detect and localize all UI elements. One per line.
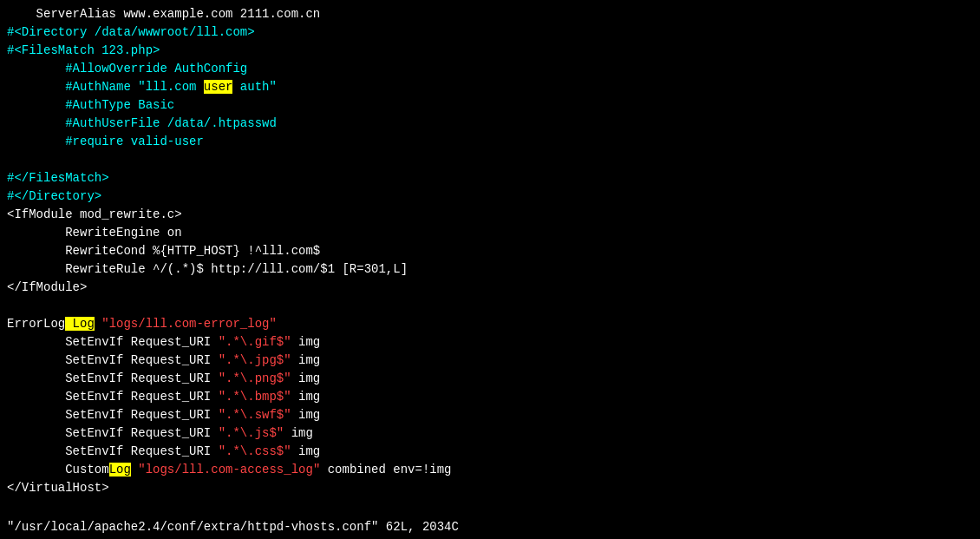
status-bar: "/usr/local/apache2.4/conf/extra/httpd-v… — [0, 518, 980, 536]
code-line: #<FilesMatch 123.php> — [7, 42, 973, 60]
code-line: ServerAlias www.example.com 2111.com.cn — [7, 5, 973, 23]
code-line: SetEnvIf Request_URI ".*\.png$" img — [7, 370, 973, 388]
code-line: </VirtualHost> — [7, 479, 973, 497]
terminal-window: ServerAlias www.example.com 2111.com.cn#… — [0, 0, 980, 539]
code-line: CustomLog "logs/lll.com-access_log" comb… — [7, 461, 973, 479]
code-line: #<Directory /data/wwwroot/lll.com> — [7, 23, 973, 42]
code-line: SetEnvIf Request_URI ".*\.bmp$" img — [7, 388, 973, 406]
code-line: #AuthType Basic — [7, 96, 973, 115]
code-line: SetEnvIf Request_URI ".*\.js$" img — [7, 424, 973, 443]
code-line: SetEnvIf Request_URI ".*\.swf$" img — [7, 406, 973, 424]
code-line: RewriteCond %{HTTP_HOST} !^lll.com$ — [7, 242, 973, 260]
code-line: SetEnvIf Request_URI ".*\.css$" img — [7, 443, 973, 461]
code-line: #AuthUserFile /data/.htpasswd — [7, 115, 973, 133]
code-line: SetEnvIf Request_URI ".*\.jpg$" img — [7, 352, 973, 370]
code-line: #</Directory> — [7, 187, 973, 206]
code-line: #AuthName "lll.com user auth" — [7, 78, 973, 96]
code-line: <IfModule mod_rewrite.c> — [7, 206, 973, 224]
code-line: RewriteRule ^/(.*)$ http://lll.com/$1 [R… — [7, 260, 973, 279]
code-line: #require valid-user — [7, 133, 973, 151]
code-line: #AllowOverride AuthConfig — [7, 60, 973, 78]
code-line: ErrorLog Log "logs/lll.com-error_log" — [7, 315, 973, 333]
code-editor: ServerAlias www.example.com 2111.com.cn#… — [0, 3, 980, 515]
code-line: SetEnvIf Request_URI ".*\.gif$" img — [7, 333, 973, 352]
code-line: #</FilesMatch> — [7, 169, 973, 187]
code-line — [7, 497, 973, 515]
code-line: </IfModule> — [7, 279, 973, 297]
code-line — [7, 151, 973, 169]
code-line — [7, 297, 973, 315]
code-line: RewriteEngine on — [7, 224, 973, 242]
